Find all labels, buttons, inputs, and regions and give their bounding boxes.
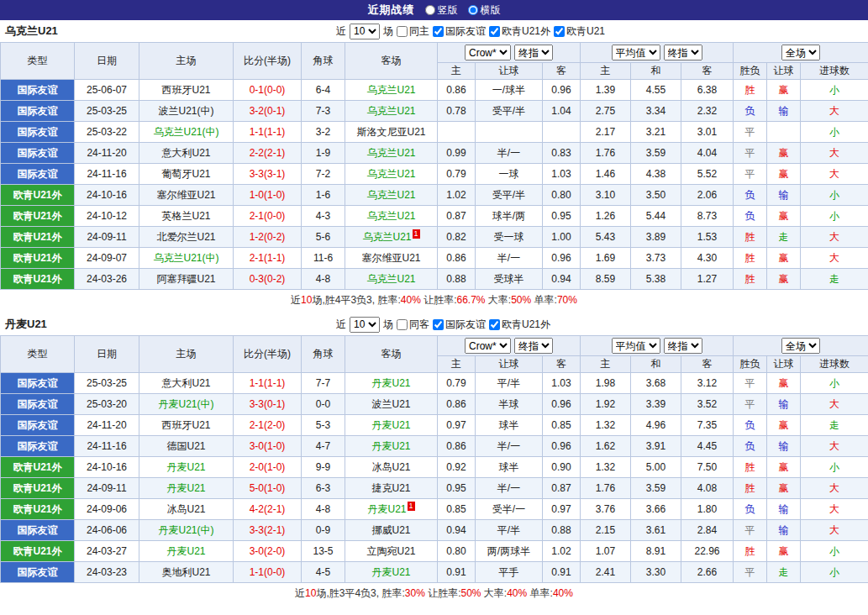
same-home-checkbox[interactable] (397, 26, 408, 37)
layout-radio-horizontal[interactable]: 横版 (468, 3, 501, 18)
match-count-select[interactable]: 10 (350, 24, 380, 39)
result-winloss: 负 (734, 206, 767, 227)
match-score: 0-3(0-2) (234, 269, 302, 290)
result-winloss: 胜 (734, 248, 767, 269)
away-team: 乌克兰U21 (345, 206, 438, 227)
result-goals: 小 (801, 457, 868, 478)
odds-company-select[interactable]: Crow* (465, 338, 511, 354)
odds-handicap: 两/两球半 (476, 541, 543, 562)
match-date: 24-11-20 (75, 143, 139, 164)
filter-bar: 丹麦U21 近 10 场 同客 国际友谊 欧青U21外 (0, 313, 868, 335)
filter-u21-qual[interactable]: 欧青U21外 (489, 318, 550, 332)
col-odds-handicap: 让球 (476, 63, 543, 80)
filter-same-away[interactable]: 同客 (397, 318, 429, 332)
odds-stage-select[interactable]: 终指 (514, 45, 553, 60)
away-team: 丹麦U211 (345, 499, 438, 520)
avg-stage-select[interactable]: 终指 (664, 338, 702, 354)
odds-company-select[interactable]: Crow* (465, 45, 511, 60)
radio-horizontal-input[interactable] (468, 5, 478, 15)
corner-score: 13-5 (302, 541, 345, 562)
avg-draw: 3.66 (631, 499, 681, 520)
summary-segment: 10 (305, 587, 316, 599)
away-team: 乌克兰U21 (345, 164, 438, 185)
result-handicap: 赢 (767, 373, 801, 394)
avg-draw: 3.30 (631, 562, 681, 583)
intl-friendly-checkbox[interactable] (433, 319, 444, 330)
result-winloss: 平 (734, 143, 767, 164)
col-result-goals: 进球数 (801, 356, 868, 373)
avg-home: 1.76 (581, 143, 631, 164)
avg-away: 6.38 (681, 80, 734, 101)
match-type-badge: 国际友谊 (1, 122, 75, 143)
home-team: 丹麦U21 (139, 478, 234, 499)
odds-home: 0.95 (438, 478, 476, 499)
filter-intl-friendly[interactable]: 国际友谊 (433, 318, 486, 332)
filter-intl-friendly[interactable]: 国际友谊 (433, 24, 486, 39)
radio-vertical-input[interactable] (425, 5, 435, 15)
avg-source-select[interactable]: 平均值 (612, 338, 660, 354)
match-count-select[interactable]: 10 (350, 317, 380, 333)
odds-away: 1.00 (543, 227, 581, 248)
match-score: 1-1(1-1) (234, 122, 302, 143)
filter-same-home[interactable]: 同主 (397, 24, 429, 39)
match-date: 24-06-06 (75, 520, 139, 541)
result-handicap: 赢 (767, 457, 801, 478)
avg-stage-select[interactable]: 终指 (664, 45, 702, 60)
match-score: 2-1(2-0) (234, 415, 302, 436)
match-date: 25-03-25 (75, 101, 139, 122)
match-type-badge: 国际友谊 (1, 394, 75, 415)
col-corner: 角球 (302, 336, 345, 373)
avg-home: 1.32 (581, 457, 631, 478)
avg-home: 3.10 (581, 185, 631, 206)
topbar: 近期战绩 竖版 横版 (0, 0, 868, 20)
red-card-badge: 1 (408, 502, 415, 511)
odds-away: 0.85 (543, 415, 581, 436)
intl-friendly-checkbox[interactable] (433, 26, 444, 37)
away-team: 挪威U21 (345, 520, 438, 541)
odds-away: 0.96 (543, 248, 581, 269)
away-team: 乌克兰U21 (345, 185, 438, 206)
col-result-winloss: 胜负 (734, 63, 767, 80)
odds-home: 0.82 (438, 227, 476, 248)
odds-home: 0.92 (438, 457, 476, 478)
home-team: 乌克兰U21(中) (139, 122, 234, 143)
avg-draw: 4.55 (631, 80, 681, 101)
same-away-checkbox[interactable] (397, 319, 408, 330)
scope-select[interactable]: 全场 (781, 338, 820, 354)
scope-select[interactable]: 全场 (781, 45, 820, 60)
matches-table: 类型 日期 主场 比分(半场) 角球 客场 Crow*终指 平均值终指 全场 主… (0, 42, 868, 290)
odds-handicap: 一球 (476, 164, 543, 185)
result-goals: 走 (801, 415, 868, 436)
odds-away: 0.95 (543, 206, 581, 227)
odds-home (438, 122, 476, 143)
odds-home: 0.86 (438, 80, 476, 101)
odds-handicap: 平手 (476, 562, 543, 583)
match-row: 国际友谊24-11-20西班牙U212-1(2-0)5-3丹麦U210.97球半… (1, 415, 868, 436)
col-home: 主场 (139, 43, 234, 80)
avg-source-select[interactable]: 平均值 (612, 45, 660, 60)
filter-u21[interactable]: 欧青U21 (554, 24, 605, 39)
avg-home: 5.43 (581, 227, 631, 248)
avg-draw: 3.59 (631, 143, 681, 164)
col-result-winloss: 胜负 (734, 356, 767, 373)
u21-qual-checkbox[interactable] (489, 319, 500, 330)
odds-stage-select[interactable]: 终指 (514, 338, 553, 354)
odds-home: 0.94 (438, 520, 476, 541)
match-type-badge: 国际友谊 (1, 373, 75, 394)
result-handicap: 赢 (767, 248, 801, 269)
u21-checkbox[interactable] (554, 26, 565, 37)
filter-u21-qual[interactable]: 欧青U21外 (489, 24, 550, 39)
odds-away: 1.04 (543, 101, 581, 122)
avg-away: 2.06 (681, 185, 734, 206)
match-score: 0-1(0-0) (234, 80, 302, 101)
checkbox-label: 同客 (409, 318, 429, 332)
corner-score: 6-3 (302, 478, 345, 499)
avg-home: 2.15 (581, 520, 631, 541)
avg-away: 4.08 (681, 478, 734, 499)
u21-qual-checkbox[interactable] (489, 26, 500, 37)
match-type-badge: 欧青U21外 (1, 248, 75, 269)
layout-radio-vertical[interactable]: 竖版 (425, 3, 458, 18)
match-date: 24-09-07 (75, 248, 139, 269)
match-date: 24-11-16 (75, 436, 139, 457)
result-winloss: 胜 (734, 80, 767, 101)
